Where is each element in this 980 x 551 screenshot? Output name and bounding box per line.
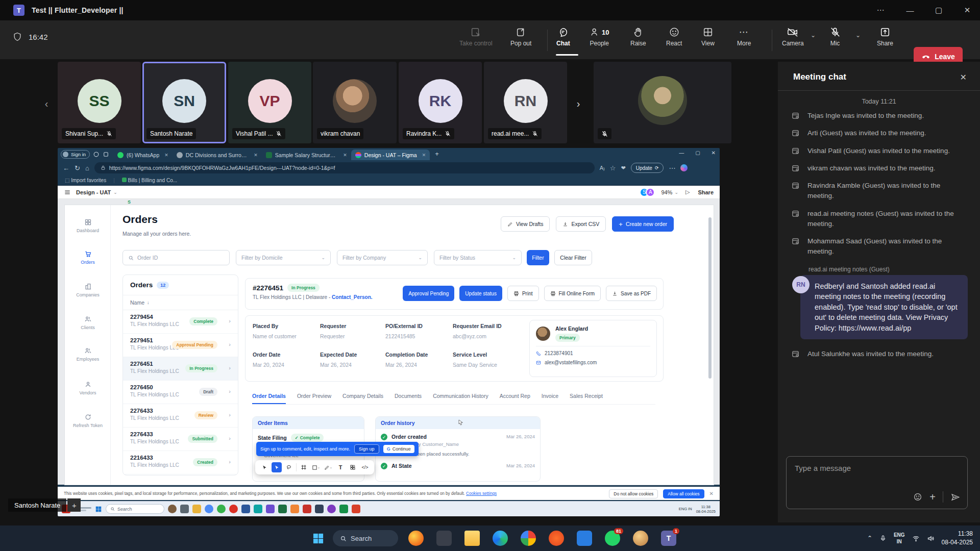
- message-input[interactable]: [795, 464, 948, 472]
- strip-next-chevron-icon[interactable]: ›: [573, 98, 584, 109]
- app-icon[interactable]: [315, 505, 324, 513]
- video-tile[interactable]: SS Shivani Sup...: [58, 62, 141, 143]
- app-icon[interactable]: [352, 505, 360, 513]
- lasso-tool-icon[interactable]: [284, 462, 294, 472]
- tab-order-details[interactable]: Order Details: [252, 393, 286, 404]
- sidebar-item-refresh-token[interactable]: Refresh Token: [65, 413, 111, 428]
- favorite-star-icon[interactable]: ☆: [610, 164, 616, 172]
- tab-communication-history[interactable]: Communication History: [433, 393, 488, 404]
- column-header-name[interactable]: Name↓: [123, 295, 238, 310]
- taskbar-app-brave[interactable]: [549, 531, 564, 546]
- contact-phone[interactable]: 2123874901: [536, 346, 650, 356]
- copilot-color-icon[interactable]: [680, 164, 688, 171]
- taskbar-app-edge[interactable]: [493, 531, 508, 546]
- start-icon[interactable]: [95, 506, 102, 513]
- tab-company-details[interactable]: Company Details: [342, 393, 383, 404]
- collaborator-avatar[interactable]: A: [646, 188, 655, 197]
- browser-tab[interactable]: (6) WhatsApp✕: [113, 149, 173, 160]
- new-tab-button[interactable]: +: [435, 150, 439, 158]
- sidebar-item-orders[interactable]: Orders: [65, 250, 111, 265]
- taskbar-app-whatsapp[interactable]: 81: [605, 531, 620, 546]
- video-tile-active-speaker[interactable]: SN Santosh Narate: [142, 62, 226, 143]
- order-list-row[interactable]: 2279454TL Flex Holdings LLC Complete›: [123, 310, 238, 334]
- figma-menu-icon[interactable]: [64, 189, 71, 196]
- tab-documents[interactable]: Documents: [395, 393, 422, 404]
- wifi-icon[interactable]: [912, 535, 920, 542]
- app-icon[interactable]: [290, 505, 299, 513]
- order-list-row-selected[interactable]: 2276451TL Flex Holdings LLC In Progress›: [123, 357, 238, 381]
- shared-system-tray[interactable]: ENG IN 11:3808-04-2025: [679, 505, 716, 514]
- order-list-row[interactable]: 2276450TL Flex Holdings LLC Draft›: [123, 381, 238, 404]
- back-icon[interactable]: ←: [63, 164, 69, 172]
- order-list-row[interactable]: 2276433TL Flex Holdings LLC Review›: [123, 404, 238, 428]
- frame-tool-icon[interactable]: [299, 462, 309, 472]
- tab-order-preview[interactable]: Order Preview: [297, 393, 331, 404]
- minimize-button[interactable]: —: [898, 0, 922, 20]
- update-status-button[interactable]: Update status: [459, 286, 502, 301]
- taskbar-app-profile[interactable]: [633, 531, 648, 546]
- tab-close-icon[interactable]: ✕: [164, 153, 168, 158]
- filter-domicile-select[interactable]: Filter by Domicile⌄: [236, 250, 331, 265]
- taskbar-app-vscode[interactable]: [577, 531, 592, 546]
- sidebar-item-clients[interactable]: Clients: [65, 315, 111, 330]
- tab-account-rep[interactable]: Account Rep: [500, 393, 530, 404]
- home-icon[interactable]: ⌂: [85, 164, 89, 172]
- video-tile[interactable]: RK Ravindra K...: [399, 62, 482, 143]
- resources-tool-icon[interactable]: [348, 462, 358, 472]
- app-icon[interactable]: [254, 505, 262, 513]
- create-new-order-button[interactable]: + Create new order: [612, 216, 674, 232]
- tab-sales-receipt[interactable]: Sales Receipt: [570, 393, 603, 404]
- camera-button[interactable]: Camera: [782, 27, 804, 47]
- figma-canvas[interactable]: S Dashboard Orders Companies C: [58, 199, 720, 485]
- language-indicator[interactable]: ENGIN: [894, 532, 905, 545]
- attach-plus-icon[interactable]: +: [929, 492, 936, 502]
- zoom-chevron-icon[interactable]: ⌄: [674, 190, 678, 195]
- maximize-button[interactable]: ▢: [927, 0, 950, 20]
- taskbar-app-icon[interactable]: [436, 531, 452, 546]
- tab-close-icon[interactable]: ✕: [254, 153, 258, 158]
- order-list-row[interactable]: 2216433TL Flex Holdings LLC Created›: [123, 451, 238, 474]
- order-id-search-input[interactable]: Order ID: [122, 250, 230, 265]
- chat-close-icon[interactable]: ✕: [960, 72, 967, 82]
- shared-search-box[interactable]: Search: [106, 504, 164, 514]
- volume-icon[interactable]: [927, 535, 935, 542]
- chat-button[interactable]: Chat: [556, 27, 570, 47]
- browser-essentials-icon[interactable]: ❤: [621, 165, 625, 171]
- browser-close[interactable]: ✕: [712, 150, 716, 156]
- send-icon[interactable]: [950, 492, 960, 502]
- view-drafts-button[interactable]: View Drafts: [501, 216, 550, 232]
- sidebar-item-dashboard[interactable]: Dashboard: [65, 218, 111, 233]
- browser-signin-button[interactable]: Sign in: [61, 150, 90, 159]
- mic-button[interactable]: Mic: [829, 27, 841, 47]
- cookies-settings-link[interactable]: Cookies settings: [466, 491, 497, 496]
- tab-close-icon[interactable]: ✕: [422, 153, 426, 158]
- taskbar-app-chrome[interactable]: [521, 531, 536, 546]
- taskbar-app-firefox[interactable]: [408, 531, 424, 546]
- canvas-page-label[interactable]: S: [128, 199, 131, 205]
- sidebar-item-companies[interactable]: Companies: [65, 283, 111, 297]
- app-icon[interactable]: [217, 505, 226, 513]
- move-tool-icon-selected[interactable]: [272, 462, 282, 472]
- app-icon[interactable]: [327, 505, 336, 513]
- window-options-icon[interactable]: ⋯: [869, 0, 892, 20]
- raise-hand-button[interactable]: Raise: [630, 27, 646, 47]
- contact-email[interactable]: alex@vstatefilings.com: [536, 360, 650, 365]
- cursor-tool-icon[interactable]: [259, 462, 270, 472]
- app-icon[interactable]: [205, 505, 213, 513]
- app-icon[interactable]: [229, 505, 238, 513]
- camera-options-chevron[interactable]: ⌄: [811, 32, 816, 39]
- doc-title-chevron-icon[interactable]: ⌄: [113, 190, 117, 195]
- pop-out-button[interactable]: Pop out: [510, 27, 531, 47]
- cookie-close-icon[interactable]: ✕: [709, 491, 714, 496]
- print-button[interactable]: Print: [507, 286, 539, 301]
- favorites-item[interactable]: Bills | Billing and Co...: [122, 178, 177, 183]
- video-tile[interactable]: vikram chavan: [313, 62, 397, 143]
- video-tile[interactable]: VP Vishal Patil ...: [228, 62, 311, 143]
- video-tile-large[interactable]: [594, 62, 731, 143]
- app-icon[interactable]: [192, 505, 201, 513]
- save-as-pdf-button[interactable]: Save as PDF: [606, 286, 657, 301]
- app-icon[interactable]: [266, 505, 275, 513]
- order-list-row[interactable]: 2276433TL Flex Holdings LLC Submitted›: [123, 428, 238, 451]
- refresh-icon[interactable]: ↻: [75, 164, 80, 172]
- taskbar-clock[interactable]: 11:3808-04-2025: [942, 530, 973, 547]
